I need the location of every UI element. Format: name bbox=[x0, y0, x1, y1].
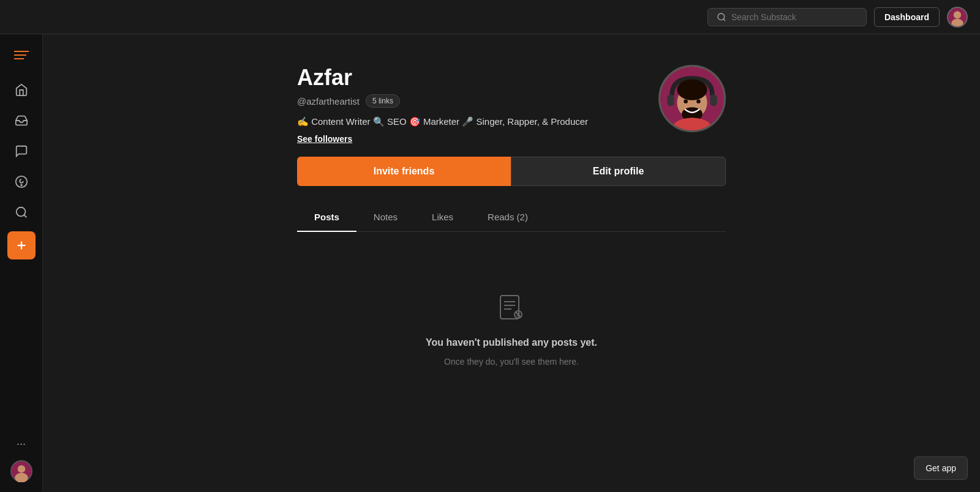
profile-header: Azfar @azfartheartist 5 links ✍️ Content… bbox=[297, 65, 726, 144]
sidebar-item-home[interactable] bbox=[7, 76, 36, 104]
sidebar-item-chat[interactable] bbox=[7, 137, 36, 165]
tab-posts[interactable]: Posts bbox=[297, 203, 356, 232]
tab-likes[interactable]: Likes bbox=[415, 203, 470, 232]
hamburger-icon bbox=[14, 51, 29, 59]
main-content: Azfar @azfartheartist 5 links ✍️ Content… bbox=[43, 34, 980, 492]
svg-point-12 bbox=[17, 465, 24, 472]
sidebar-item-activity[interactable] bbox=[7, 168, 36, 196]
svg-point-20 bbox=[684, 99, 688, 103]
svg-line-8 bbox=[24, 215, 26, 217]
svg-rect-16 bbox=[710, 94, 717, 106]
svg-rect-15 bbox=[667, 94, 674, 106]
svg-point-21 bbox=[696, 99, 701, 103]
search-bar[interactable] bbox=[707, 8, 867, 26]
sidebar-item-search[interactable] bbox=[7, 198, 36, 226]
user-avatar-top[interactable] bbox=[947, 7, 968, 28]
empty-posts-icon bbox=[497, 293, 526, 325]
sidebar-item-inbox[interactable] bbox=[7, 106, 36, 135]
empty-state-subtitle: Once they do, you'll see them here. bbox=[444, 357, 579, 367]
inbox-icon bbox=[15, 114, 28, 127]
sidebar-logo[interactable] bbox=[10, 44, 32, 66]
add-button[interactable] bbox=[7, 231, 36, 259]
search-icon bbox=[717, 12, 726, 22]
profile-tabs: Posts Notes Likes Reads (2) bbox=[297, 203, 726, 232]
profile-handle-row: @azfartheartist 5 links bbox=[297, 94, 658, 108]
svg-point-13 bbox=[15, 473, 28, 482]
svg-point-4 bbox=[951, 18, 963, 27]
chat-icon bbox=[15, 144, 28, 158]
sidebar-bottom: ··· bbox=[10, 438, 32, 482]
profile-bio: ✍️ Content Writer 🔍 SEO 🎯 Marketer 🎤 Sin… bbox=[297, 116, 658, 127]
plus-icon bbox=[15, 239, 28, 252]
links-badge[interactable]: 5 links bbox=[366, 94, 400, 108]
profile-avatar-large bbox=[658, 65, 726, 132]
empty-state: You haven't published any posts yet. Onc… bbox=[297, 256, 726, 403]
profile-handle: @azfartheartist bbox=[297, 96, 360, 106]
svg-line-1 bbox=[723, 19, 725, 21]
svg-point-7 bbox=[16, 207, 25, 217]
svg-point-6 bbox=[21, 185, 22, 186]
svg-point-3 bbox=[954, 11, 961, 18]
sidebar-more[interactable]: ··· bbox=[17, 438, 26, 450]
avatar-face bbox=[660, 67, 724, 130]
svg-point-0 bbox=[718, 13, 725, 20]
avatar-image bbox=[948, 7, 967, 28]
sidebar: ··· bbox=[0, 34, 43, 492]
empty-state-title: You haven't published any posts yet. bbox=[426, 337, 597, 348]
edit-profile-button[interactable]: Edit profile bbox=[511, 157, 726, 186]
home-icon bbox=[15, 83, 28, 97]
dashboard-button[interactable]: Dashboard bbox=[874, 7, 940, 27]
activity-icon bbox=[15, 175, 28, 188]
tab-reads[interactable]: Reads (2) bbox=[470, 203, 545, 232]
search-input[interactable] bbox=[731, 12, 858, 22]
tab-notes[interactable]: Notes bbox=[356, 203, 415, 232]
invite-friends-button[interactable]: Invite friends bbox=[297, 157, 511, 186]
avatar-illustration bbox=[660, 65, 724, 132]
top-nav: Dashboard bbox=[0, 0, 980, 34]
sidebar-avatar-image bbox=[12, 460, 31, 482]
get-app-button[interactable]: Get app bbox=[914, 457, 968, 480]
sidebar-user-avatar[interactable] bbox=[10, 460, 32, 482]
profile-info: Azfar @azfartheartist 5 links ✍️ Content… bbox=[297, 65, 658, 144]
action-buttons: Invite friends Edit profile bbox=[297, 157, 726, 186]
see-followers-link[interactable]: See followers bbox=[297, 134, 352, 144]
profile-name: Azfar bbox=[297, 65, 658, 91]
svg-point-18 bbox=[677, 80, 707, 100]
main-layout: ··· Azfar @azfartheartist 5 links bbox=[0, 34, 980, 492]
svg-rect-22 bbox=[500, 296, 519, 319]
search-sidebar-icon bbox=[15, 206, 28, 219]
profile-container: Azfar @azfartheartist 5 links ✍️ Content… bbox=[297, 65, 726, 461]
